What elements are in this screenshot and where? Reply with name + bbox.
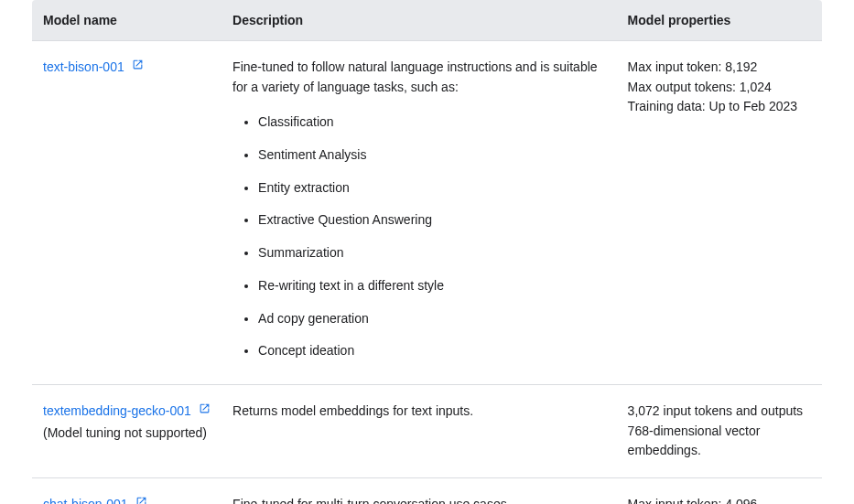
cell-model-name: text-bison-001 [32, 41, 222, 385]
table-row: chat-bison-001 (model tuning not support… [32, 477, 822, 504]
cell-description: Fine-tuned to follow natural language in… [222, 41, 617, 385]
model-name-text: text-bison-001 [43, 59, 124, 74]
cell-description: Returns model embeddings for text inputs… [222, 384, 617, 477]
property-line: Max output tokens: 1,024 [628, 78, 811, 98]
list-item: Extractive Question Answering [258, 204, 606, 237]
table-header-row: Model name Description Model properties [32, 0, 822, 41]
cell-properties: Max input token: 8,192 Max output tokens… [617, 41, 822, 385]
property-line: Max input token: 8,192 [628, 58, 811, 78]
property-line: 3,072 input tokens and outputs 768-dimen… [628, 402, 811, 461]
external-link-icon [132, 57, 144, 77]
list-item: Entity extraction [258, 172, 606, 205]
models-table: Model name Description Model properties … [32, 0, 822, 504]
list-item: Sentiment Analysis [258, 139, 606, 172]
description-intro: Returns model embeddings for text inputs… [232, 403, 473, 418]
model-link[interactable]: text-bison-001 [43, 59, 144, 74]
list-item: Concept ideation [258, 335, 606, 368]
list-item: Summarization [258, 237, 606, 270]
cell-properties: Max input token: 4,096 Max output tokens… [617, 477, 822, 504]
property-line: Training data: Up to Feb 2023 [628, 97, 811, 117]
header-properties: Model properties [617, 0, 822, 41]
cell-properties: 3,072 input tokens and outputs 768-dimen… [617, 384, 822, 477]
external-link-icon [135, 494, 147, 504]
model-name-text: textembedding-gecko-001 [43, 403, 191, 418]
description-intro: Fine-tuned to follow natural language in… [232, 59, 597, 94]
model-subtext: (Model tuning not supported) [43, 424, 211, 444]
header-description: Description [222, 0, 617, 41]
cell-description: Fine-tuned for multi-turn conversation u… [222, 477, 617, 504]
list-item: Ad copy generation [258, 303, 606, 336]
description-list: Classification Sentiment Analysis Entity… [232, 106, 606, 368]
cell-model-name: chat-bison-001 (model tuning not support… [32, 477, 222, 504]
description-intro: Fine-tuned for multi-turn conversation u… [232, 497, 510, 504]
model-link[interactable]: chat-bison-001 [43, 497, 147, 504]
header-model-name: Model name [32, 0, 222, 41]
model-name-text: chat-bison-001 [43, 497, 128, 504]
model-link[interactable]: textembedding-gecko-001 [43, 403, 211, 418]
table-row: textembedding-gecko-001 (Model tuning no… [32, 384, 822, 477]
cell-model-name: textembedding-gecko-001 (Model tuning no… [32, 384, 222, 477]
external-link-icon [199, 401, 211, 421]
property-line: Max input token: 4,096 [628, 495, 811, 504]
list-item: Classification [258, 106, 606, 139]
list-item: Re-writing text in a different style [258, 270, 606, 303]
table-row: text-bison-001 Fine-tuned to follow natu… [32, 41, 822, 385]
